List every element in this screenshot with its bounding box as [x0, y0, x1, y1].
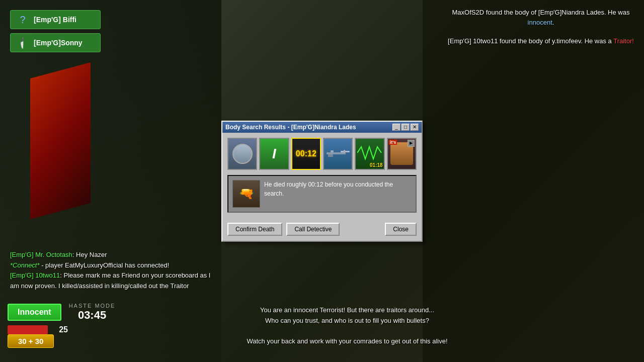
- close-button[interactable]: Close: [385, 223, 417, 236]
- info-text: He died roughly 00:12 before you conduct…: [264, 180, 412, 208]
- modal-overlay: Body Search Results - [Emp'G]Niandra Lad…: [0, 0, 644, 362]
- info-icon: 🔫: [232, 180, 260, 208]
- rifle-icon: [326, 148, 351, 159]
- timer-display: 00:12: [296, 149, 316, 158]
- green-i-icon: I: [272, 146, 276, 162]
- evidence-wave[interactable]: 01:18: [355, 138, 384, 170]
- play-button-icon[interactable]: ▶: [408, 140, 415, 147]
- close-button-area: Close: [385, 223, 417, 236]
- close-window-button[interactable]: ✕: [411, 124, 419, 131]
- svg-rect-0: [327, 152, 346, 154]
- modal-window-controls: _ □ ✕: [392, 124, 419, 131]
- wave-container: 01:18: [357, 143, 382, 165]
- call-detective-button[interactable]: Call Detective: [286, 223, 340, 236]
- face-circle-icon: [232, 144, 253, 164]
- modal-buttons: Confirm Death Call Detective Close: [222, 223, 422, 241]
- its-badge: it's: [389, 140, 397, 145]
- evidence-character[interactable]: it's ▶: [387, 138, 417, 170]
- evidence-timer[interactable]: 00:12: [291, 138, 321, 170]
- gun-icon: 🔫: [239, 187, 254, 201]
- evidence-person[interactable]: [227, 138, 257, 170]
- modal-titlebar: Body Search Results - [Emp'G]Niandra Lad…: [222, 122, 422, 133]
- body-search-dialog: Body Search Results - [Emp'G]Niandra Lad…: [221, 121, 423, 242]
- evidence-green-i[interactable]: I: [259, 138, 289, 170]
- modal-body: I 00:12: [222, 133, 422, 223]
- modal-title: Body Search Results - [Emp'G]Niandra Lad…: [225, 124, 356, 131]
- confirm-death-button[interactable]: Confirm Death: [227, 223, 282, 236]
- wave-time-label: 01:18: [370, 162, 383, 168]
- svg-rect-3: [344, 150, 345, 153]
- evidence-row: I 00:12: [227, 138, 417, 170]
- maximize-button[interactable]: □: [401, 124, 410, 131]
- minimize-button[interactable]: _: [392, 124, 400, 131]
- info-panel: 🔫 He died roughly 00:12 before you condu…: [227, 175, 417, 213]
- svg-rect-4: [328, 154, 333, 157]
- svg-rect-2: [331, 150, 334, 152]
- evidence-rifle[interactable]: [323, 138, 353, 170]
